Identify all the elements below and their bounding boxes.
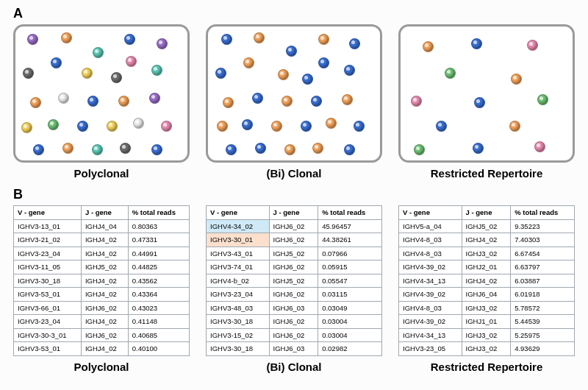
vgene-cell: IGHV4-8_03 [399, 233, 462, 247]
vgene-cell: IGHV4-39_02 [399, 288, 462, 302]
cell-icon [33, 144, 44, 155]
cell-icon [243, 57, 254, 68]
cell-icon [349, 38, 360, 49]
table-row: IGHV4-39_02IGHJ1_015.44539 [399, 315, 575, 329]
cell-icon [301, 121, 312, 132]
jgene-cell: IGHJ6_04 [462, 288, 511, 302]
jgene-cell: IGHJ3_02 [462, 328, 511, 342]
cell-icon [414, 144, 425, 155]
table-row: IGHV3-30_18IGHJ6_030.02982 [207, 342, 382, 356]
table-row: IGHV3-48_03IGHJ6_030.03049 [207, 301, 382, 315]
jgene-cell: IGHJ6_02 [269, 315, 318, 329]
vgene-cell: IGHV4-34_02 [207, 219, 270, 233]
jgene-cell: IGHJ4_02 [462, 274, 511, 288]
cell-icon [423, 41, 434, 52]
table-row: IGHV3-11_05IGHJ5_020.44825 [14, 260, 190, 274]
panel-row-a: Polyclonal (Bi) Clonal Restricted Repert… [13, 24, 575, 180]
cell-icon [311, 96, 322, 107]
cell-icon [534, 141, 545, 152]
cell-icon [30, 97, 41, 108]
pct-cell: 6.67454 [511, 247, 575, 260]
jgene-cell: IGHJ6_02 [269, 328, 318, 342]
table-row: IGHV3-15_02IGHJ6_020.03004 [207, 328, 382, 342]
cell-icon [302, 74, 313, 85]
cell-icon [436, 121, 447, 132]
cell-icon [473, 143, 484, 154]
jgene-cell: IGHJ4_02 [81, 342, 128, 356]
jgene-cell: IGHJ4_02 [81, 315, 128, 329]
table-row: IGHV4-8_03IGHJ3_025.78572 [399, 301, 575, 315]
vgene-cell: IGHV3-30_18 [207, 342, 270, 356]
pct-cell: 0.43562 [128, 274, 189, 288]
cell-icon [271, 121, 282, 132]
vgene-cell: IGHV3-23_04 [14, 247, 82, 260]
cell-icon [342, 94, 353, 105]
table-row: IGHV4-b_02IGHJ5_020.05547 [207, 274, 382, 288]
polyclonal-title: Polyclonal [74, 167, 129, 180]
pct-cell: 5.25975 [511, 328, 575, 342]
pct-cell: 0.03115 [318, 288, 382, 302]
jgene-cell: IGHJ1_01 [462, 315, 511, 329]
cell-icon [93, 47, 104, 58]
biclonal-table: V - gene J - gene % total reads IGHV4-34… [206, 205, 382, 356]
table-row: IGHV3-30_18IGHJ6_020.03004 [207, 315, 382, 329]
vgene-cell: IGHV4-b_02 [207, 274, 270, 288]
cell-icon [254, 32, 265, 43]
table-row: IGHV4-8_03IGHJ3_026.67454 [399, 247, 575, 260]
vgene-cell: IGHV3-53_01 [14, 288, 82, 302]
vgene-cell: IGHV5-a_04 [399, 219, 462, 233]
cell-icon [48, 119, 59, 130]
cell-icon [118, 96, 129, 107]
vgene-cell: IGHV3-23_04 [207, 288, 270, 302]
cell-icon [58, 93, 69, 104]
cell-icon [471, 38, 482, 49]
th-jgene: J - gene [81, 206, 128, 220]
pct-cell: 44.38261 [318, 233, 382, 247]
table-row: IGHV3-13_01IGHJ4_040.80363 [14, 219, 190, 233]
vgene-cell: IGHV3-30_18 [14, 274, 82, 288]
table-row: IGHV3-23_04IGHJ6_020.03115 [207, 288, 382, 302]
table-row: IGHV3-23_04IGHJ4_020.44991 [14, 247, 190, 260]
vgene-cell: IGHV3-48_03 [207, 301, 270, 315]
jgene-cell: IGHJ6_02 [81, 328, 128, 342]
th-jgene: J - gene [462, 206, 511, 220]
jgene-cell: IGHJ4_04 [81, 219, 128, 233]
jgene-cell: IGHJ4_02 [81, 247, 128, 260]
biclonal-panel [206, 24, 382, 163]
jgene-cell: IGHJ4_02 [81, 274, 128, 288]
vgene-cell: IGHV3-30-3_01 [14, 328, 82, 342]
cell-icon [511, 74, 522, 85]
jgene-cell: IGHJ6_03 [269, 301, 318, 315]
panel-row-b: V - gene J - gene % total reads IGHV3-13… [13, 205, 575, 373]
pct-cell: 0.07966 [318, 247, 382, 260]
vgene-cell: IGHV3-30_01 [207, 233, 270, 247]
cell-icon [126, 56, 137, 67]
cell-icon [255, 143, 266, 154]
jgene-cell: IGHJ3_02 [462, 247, 511, 260]
pct-cell: 0.05915 [318, 260, 382, 274]
cell-icon [284, 144, 295, 155]
cell-icon [23, 68, 34, 79]
table-row: IGHV3-53_01IGHJ4_020.43364 [14, 288, 190, 302]
cell-icon [215, 68, 226, 79]
pct-cell: 0.43364 [128, 288, 189, 302]
pct-cell: 6.01918 [511, 288, 575, 302]
jgene-cell: IGHJ6_02 [269, 260, 318, 274]
th-pct: % total reads [511, 206, 575, 220]
cell-icon [221, 34, 232, 45]
table-row: IGHV4-8_03IGHJ4_027.40303 [399, 233, 575, 247]
pct-cell: 5.44539 [511, 315, 575, 329]
cell-icon [223, 97, 234, 108]
cell-icon [82, 68, 93, 79]
vgene-cell: IGHV4-34_13 [399, 274, 462, 288]
pct-cell: 0.43023 [128, 301, 189, 315]
vgene-cell: IGHV4-34_13 [399, 328, 462, 342]
cell-icon [61, 32, 72, 43]
pct-cell: 0.40100 [128, 342, 189, 356]
jgene-cell: IGHJ5_02 [81, 260, 128, 274]
jgene-cell: IGHJ5_02 [462, 219, 511, 233]
cell-icon [344, 65, 355, 76]
vgene-cell: IGHV4-39_02 [399, 315, 462, 329]
pct-cell: 0.02982 [318, 342, 382, 356]
cell-icon [124, 34, 135, 45]
